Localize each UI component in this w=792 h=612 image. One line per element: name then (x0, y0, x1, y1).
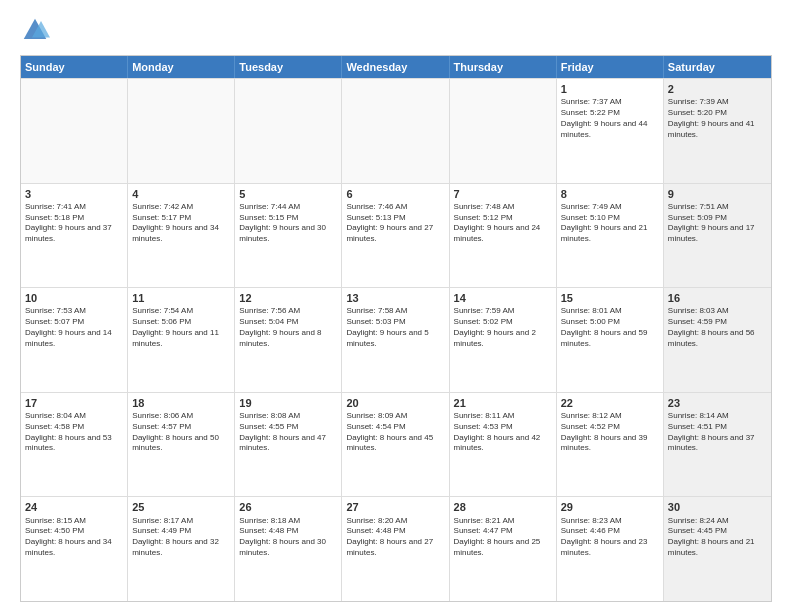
weekday-header-friday: Friday (557, 56, 664, 78)
day-info: Sunrise: 8:11 AM Sunset: 4:53 PM Dayligh… (454, 411, 552, 454)
day-info: Sunrise: 7:51 AM Sunset: 5:09 PM Dayligh… (668, 202, 767, 245)
day-number: 17 (25, 396, 123, 410)
calendar-cell-empty-0-0 (21, 79, 128, 183)
calendar-cell-14: 14Sunrise: 7:59 AM Sunset: 5:02 PM Dayli… (450, 288, 557, 392)
calendar-cell-10: 10Sunrise: 7:53 AM Sunset: 5:07 PM Dayli… (21, 288, 128, 392)
calendar-cell-24: 24Sunrise: 8:15 AM Sunset: 4:50 PM Dayli… (21, 497, 128, 601)
calendar-cell-12: 12Sunrise: 7:56 AM Sunset: 5:04 PM Dayli… (235, 288, 342, 392)
calendar-cell-15: 15Sunrise: 8:01 AM Sunset: 5:00 PM Dayli… (557, 288, 664, 392)
day-number: 29 (561, 500, 659, 514)
calendar-cell-9: 9Sunrise: 7:51 AM Sunset: 5:09 PM Daylig… (664, 184, 771, 288)
day-number: 6 (346, 187, 444, 201)
weekday-header-wednesday: Wednesday (342, 56, 449, 78)
day-info: Sunrise: 8:04 AM Sunset: 4:58 PM Dayligh… (25, 411, 123, 454)
day-number: 28 (454, 500, 552, 514)
calendar-row-3: 17Sunrise: 8:04 AM Sunset: 4:58 PM Dayli… (21, 392, 771, 497)
day-info: Sunrise: 8:01 AM Sunset: 5:00 PM Dayligh… (561, 306, 659, 349)
day-number: 23 (668, 396, 767, 410)
day-number: 9 (668, 187, 767, 201)
calendar-row-1: 3Sunrise: 7:41 AM Sunset: 5:18 PM Daylig… (21, 183, 771, 288)
day-info: Sunrise: 7:53 AM Sunset: 5:07 PM Dayligh… (25, 306, 123, 349)
day-number: 1 (561, 82, 659, 96)
day-info: Sunrise: 7:59 AM Sunset: 5:02 PM Dayligh… (454, 306, 552, 349)
calendar-cell-5: 5Sunrise: 7:44 AM Sunset: 5:15 PM Daylig… (235, 184, 342, 288)
calendar-cell-20: 20Sunrise: 8:09 AM Sunset: 4:54 PM Dayli… (342, 393, 449, 497)
calendar-cell-18: 18Sunrise: 8:06 AM Sunset: 4:57 PM Dayli… (128, 393, 235, 497)
day-info: Sunrise: 8:23 AM Sunset: 4:46 PM Dayligh… (561, 516, 659, 559)
day-info: Sunrise: 7:44 AM Sunset: 5:15 PM Dayligh… (239, 202, 337, 245)
calendar-cell-empty-0-1 (128, 79, 235, 183)
day-number: 11 (132, 291, 230, 305)
day-info: Sunrise: 8:24 AM Sunset: 4:45 PM Dayligh… (668, 516, 767, 559)
calendar-cell-27: 27Sunrise: 8:20 AM Sunset: 4:48 PM Dayli… (342, 497, 449, 601)
day-number: 2 (668, 82, 767, 96)
weekday-header-saturday: Saturday (664, 56, 771, 78)
calendar-cell-4: 4Sunrise: 7:42 AM Sunset: 5:17 PM Daylig… (128, 184, 235, 288)
calendar-row-0: 1Sunrise: 7:37 AM Sunset: 5:22 PM Daylig… (21, 78, 771, 183)
day-info: Sunrise: 8:12 AM Sunset: 4:52 PM Dayligh… (561, 411, 659, 454)
calendar-cell-3: 3Sunrise: 7:41 AM Sunset: 5:18 PM Daylig… (21, 184, 128, 288)
day-info: Sunrise: 7:56 AM Sunset: 5:04 PM Dayligh… (239, 306, 337, 349)
calendar-cell-6: 6Sunrise: 7:46 AM Sunset: 5:13 PM Daylig… (342, 184, 449, 288)
calendar-cell-13: 13Sunrise: 7:58 AM Sunset: 5:03 PM Dayli… (342, 288, 449, 392)
day-info: Sunrise: 8:06 AM Sunset: 4:57 PM Dayligh… (132, 411, 230, 454)
day-number: 18 (132, 396, 230, 410)
calendar-cell-29: 29Sunrise: 8:23 AM Sunset: 4:46 PM Dayli… (557, 497, 664, 601)
day-info: Sunrise: 7:37 AM Sunset: 5:22 PM Dayligh… (561, 97, 659, 140)
weekday-header-tuesday: Tuesday (235, 56, 342, 78)
calendar-cell-16: 16Sunrise: 8:03 AM Sunset: 4:59 PM Dayli… (664, 288, 771, 392)
calendar-row-4: 24Sunrise: 8:15 AM Sunset: 4:50 PM Dayli… (21, 496, 771, 601)
day-number: 10 (25, 291, 123, 305)
day-info: Sunrise: 8:21 AM Sunset: 4:47 PM Dayligh… (454, 516, 552, 559)
calendar-cell-17: 17Sunrise: 8:04 AM Sunset: 4:58 PM Dayli… (21, 393, 128, 497)
day-number: 16 (668, 291, 767, 305)
calendar-cell-28: 28Sunrise: 8:21 AM Sunset: 4:47 PM Dayli… (450, 497, 557, 601)
day-number: 15 (561, 291, 659, 305)
calendar-header: SundayMondayTuesdayWednesdayThursdayFrid… (21, 56, 771, 78)
day-number: 24 (25, 500, 123, 514)
calendar-cell-22: 22Sunrise: 8:12 AM Sunset: 4:52 PM Dayli… (557, 393, 664, 497)
calendar-cell-21: 21Sunrise: 8:11 AM Sunset: 4:53 PM Dayli… (450, 393, 557, 497)
day-info: Sunrise: 8:18 AM Sunset: 4:48 PM Dayligh… (239, 516, 337, 559)
day-number: 30 (668, 500, 767, 514)
day-info: Sunrise: 8:09 AM Sunset: 4:54 PM Dayligh… (346, 411, 444, 454)
day-info: Sunrise: 7:39 AM Sunset: 5:20 PM Dayligh… (668, 97, 767, 140)
calendar-cell-1: 1Sunrise: 7:37 AM Sunset: 5:22 PM Daylig… (557, 79, 664, 183)
calendar: SundayMondayTuesdayWednesdayThursdayFrid… (20, 55, 772, 602)
calendar-cell-empty-0-4 (450, 79, 557, 183)
day-number: 25 (132, 500, 230, 514)
day-info: Sunrise: 8:15 AM Sunset: 4:50 PM Dayligh… (25, 516, 123, 559)
day-number: 21 (454, 396, 552, 410)
weekday-header-sunday: Sunday (21, 56, 128, 78)
calendar-cell-26: 26Sunrise: 8:18 AM Sunset: 4:48 PM Dayli… (235, 497, 342, 601)
weekday-header-monday: Monday (128, 56, 235, 78)
day-number: 12 (239, 291, 337, 305)
calendar-body: 1Sunrise: 7:37 AM Sunset: 5:22 PM Daylig… (21, 78, 771, 601)
calendar-cell-empty-0-3 (342, 79, 449, 183)
calendar-cell-11: 11Sunrise: 7:54 AM Sunset: 5:06 PM Dayli… (128, 288, 235, 392)
page: SundayMondayTuesdayWednesdayThursdayFrid… (0, 0, 792, 612)
calendar-cell-2: 2Sunrise: 7:39 AM Sunset: 5:20 PM Daylig… (664, 79, 771, 183)
calendar-cell-23: 23Sunrise: 8:14 AM Sunset: 4:51 PM Dayli… (664, 393, 771, 497)
calendar-cell-8: 8Sunrise: 7:49 AM Sunset: 5:10 PM Daylig… (557, 184, 664, 288)
day-info: Sunrise: 8:17 AM Sunset: 4:49 PM Dayligh… (132, 516, 230, 559)
day-number: 5 (239, 187, 337, 201)
day-number: 4 (132, 187, 230, 201)
calendar-cell-25: 25Sunrise: 8:17 AM Sunset: 4:49 PM Dayli… (128, 497, 235, 601)
day-info: Sunrise: 7:58 AM Sunset: 5:03 PM Dayligh… (346, 306, 444, 349)
day-number: 19 (239, 396, 337, 410)
logo-icon (20, 15, 50, 45)
day-number: 20 (346, 396, 444, 410)
calendar-cell-empty-0-2 (235, 79, 342, 183)
day-info: Sunrise: 7:49 AM Sunset: 5:10 PM Dayligh… (561, 202, 659, 245)
day-info: Sunrise: 8:14 AM Sunset: 4:51 PM Dayligh… (668, 411, 767, 454)
day-number: 13 (346, 291, 444, 305)
day-info: Sunrise: 8:03 AM Sunset: 4:59 PM Dayligh… (668, 306, 767, 349)
day-number: 14 (454, 291, 552, 305)
calendar-cell-7: 7Sunrise: 7:48 AM Sunset: 5:12 PM Daylig… (450, 184, 557, 288)
day-number: 22 (561, 396, 659, 410)
calendar-cell-30: 30Sunrise: 8:24 AM Sunset: 4:45 PM Dayli… (664, 497, 771, 601)
calendar-cell-19: 19Sunrise: 8:08 AM Sunset: 4:55 PM Dayli… (235, 393, 342, 497)
day-info: Sunrise: 8:08 AM Sunset: 4:55 PM Dayligh… (239, 411, 337, 454)
day-number: 7 (454, 187, 552, 201)
